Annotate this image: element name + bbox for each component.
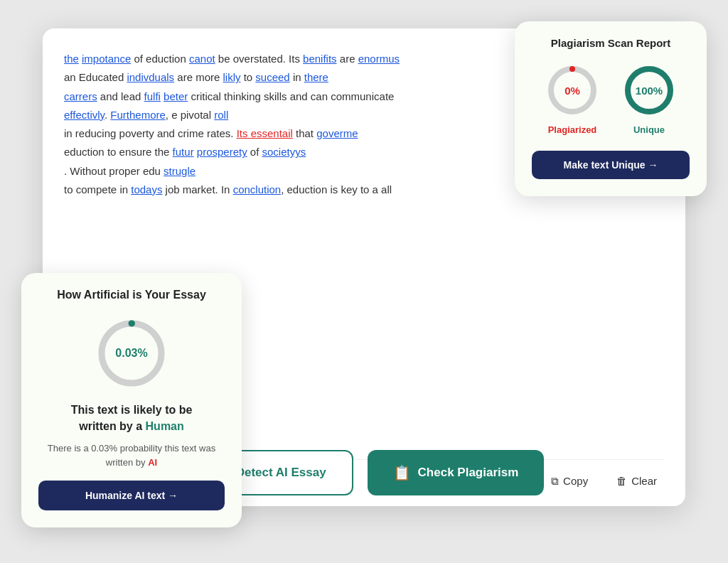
ai-detection-card: How Artificial is Your Essay 0.03% This … <box>21 273 242 527</box>
unique-percent: 100% <box>636 85 663 97</box>
ai-verdict: This text is likely to be written by a H… <box>38 402 225 434</box>
plagiarized-percent: 0% <box>564 85 580 97</box>
ai-sub-line2: written by <box>106 457 146 468</box>
ai-sub-text: There is a 0.03% probability this text w… <box>38 441 225 469</box>
check-plagiarism-button[interactable]: 📋 Check Plagiarism <box>368 450 545 495</box>
ai-verdict-line1: This text is likely to be <box>71 404 193 416</box>
unique-donut-item: 100% Unique <box>621 62 678 135</box>
ai-card-title: How Artificial is Your Essay <box>38 289 225 301</box>
plagiarized-donut-item: 0% Plagiarized <box>544 62 601 135</box>
check-plagiarism-label: Check Plagiarism <box>418 466 519 480</box>
plagiarized-donut: 0% <box>544 62 601 119</box>
make-unique-button[interactable]: Make text Unique → <box>532 151 690 179</box>
plagiarized-label: Plagiarized <box>548 124 597 135</box>
unique-label: Unique <box>633 124 665 135</box>
plagiarism-report-card: Plagiarism Scan Report 0% Plagiarized 10… <box>515 21 707 196</box>
doc-icon: 📋 <box>393 464 411 481</box>
ai-donut: 0.03% <box>92 314 171 392</box>
unique-donut: 100% <box>621 62 678 119</box>
ai-percent: 0.03% <box>115 347 147 360</box>
humanize-button[interactable]: Humanize AI text → <box>38 481 225 510</box>
donut-row: 0% Plagiarized 100% Unique <box>532 62 690 135</box>
ai-donut-wrap: 0.03% <box>38 314 225 392</box>
detect-ai-label: Detect AI Essay <box>236 466 326 480</box>
ai-verdict-line2: written by a <box>79 420 142 432</box>
report-title: Plagiarism Scan Report <box>532 37 690 49</box>
ai-red-label: AI <box>148 457 157 468</box>
ai-verdict-human: Human <box>146 420 184 432</box>
ai-sub-line1: There is a 0.03% probability this text w… <box>48 443 215 454</box>
